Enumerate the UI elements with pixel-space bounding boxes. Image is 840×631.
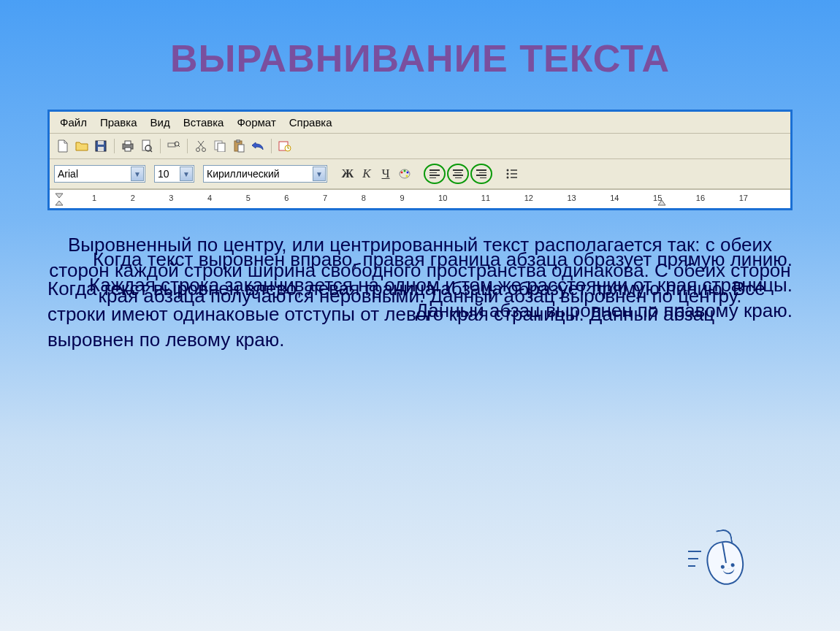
bold-button[interactable]: Ж xyxy=(339,166,356,182)
format-toolbar: Arial ▼ 10 ▼ Кириллический ▼ Ж К Ч xyxy=(50,159,790,189)
svg-point-14 xyxy=(196,148,200,152)
datetime-icon[interactable] xyxy=(276,138,294,154)
svg-point-30 xyxy=(507,169,509,172)
ruler-tick: 4 xyxy=(207,194,212,202)
cut-icon[interactable] xyxy=(192,138,210,154)
font-value: Arial xyxy=(58,168,78,180)
svg-line-8 xyxy=(150,150,152,152)
svg-point-29 xyxy=(406,175,408,177)
svg-point-28 xyxy=(407,172,409,174)
ruler-tick: 8 xyxy=(362,194,366,202)
align-left-button[interactable] xyxy=(424,164,446,184)
overlapping-paragraphs: Выровненный по центру, или центрированны… xyxy=(47,232,793,437)
svg-point-26 xyxy=(401,172,403,174)
menu-edit[interactable]: Правка xyxy=(94,115,143,130)
ruler-tick: 6 xyxy=(284,194,289,202)
svg-line-11 xyxy=(178,145,180,147)
size-value: 10 xyxy=(158,168,169,180)
ruler-tick: 12 xyxy=(524,194,533,202)
svg-point-32 xyxy=(507,173,509,175)
svg-rect-2 xyxy=(98,147,104,151)
svg-point-27 xyxy=(404,170,406,172)
italic-button[interactable]: К xyxy=(358,166,375,182)
script-value: Кириллический xyxy=(207,168,280,180)
slide-title: ВЫРАВНИВАНИЕ ТЕКСТА xyxy=(44,37,796,80)
ruler-tick: 16 xyxy=(696,194,705,202)
save-icon[interactable] xyxy=(92,138,110,154)
svg-rect-1 xyxy=(98,141,104,145)
find-icon[interactable] xyxy=(165,138,183,154)
ruler-tick: 13 xyxy=(567,194,576,202)
svg-rect-19 xyxy=(237,139,240,142)
bullets-button[interactable] xyxy=(503,165,522,183)
svg-marker-38 xyxy=(658,200,665,205)
ruler: 1 2 3 4 5 6 7 8 9 10 11 12 13 14 15 16 1… xyxy=(50,189,790,208)
mouse-mascot-icon xyxy=(701,532,760,598)
ruler-tick: 1 xyxy=(92,194,96,202)
editor-toolbar-screenshot: Файл Правка Вид Вставка Формат Справка xyxy=(47,110,793,210)
open-icon[interactable] xyxy=(73,138,91,154)
paste-icon[interactable] xyxy=(230,138,248,154)
separator xyxy=(114,139,115,153)
align-center-button[interactable] xyxy=(447,164,469,184)
indent-marker-right-icon[interactable] xyxy=(657,197,666,206)
separator xyxy=(160,139,161,153)
script-combo[interactable]: Кириллический ▼ xyxy=(203,165,327,183)
print-icon[interactable] xyxy=(119,138,137,154)
chevron-down-icon[interactable]: ▼ xyxy=(180,167,193,181)
svg-rect-20 xyxy=(238,145,244,152)
font-combo[interactable]: Arial ▼ xyxy=(54,165,145,183)
preview-icon[interactable] xyxy=(138,138,156,154)
paragraph-left: Когда текст выровнен влево, левая границ… xyxy=(47,276,793,353)
chevron-down-icon[interactable]: ▼ xyxy=(131,167,144,181)
ruler-numbers: 1 2 3 4 5 6 7 8 9 10 11 12 13 14 15 16 1… xyxy=(57,194,783,202)
new-icon[interactable] xyxy=(54,138,72,154)
ruler-tick: 17 xyxy=(739,194,748,202)
copy-icon[interactable] xyxy=(211,138,229,154)
slide: ВЫРАВНИВАНИЕ ТЕКСТА Файл Правка Вид Вста… xyxy=(0,0,840,451)
ruler-tick: 14 xyxy=(610,194,619,202)
ruler-tick: 9 xyxy=(400,194,404,202)
separator xyxy=(271,139,272,153)
ruler-tick: 3 xyxy=(169,194,173,202)
svg-rect-5 xyxy=(125,148,131,151)
svg-point-15 xyxy=(202,148,206,152)
menubar: Файл Правка Вид Вставка Формат Справка xyxy=(50,112,790,134)
menu-format[interactable]: Формат xyxy=(231,115,281,130)
ruler-tick: 2 xyxy=(131,194,135,202)
svg-rect-17 xyxy=(218,143,225,152)
ruler-tick: 5 xyxy=(246,194,251,202)
chevron-down-icon[interactable]: ▼ xyxy=(313,167,326,181)
menu-help[interactable]: Справка xyxy=(283,115,338,130)
svg-rect-9 xyxy=(168,143,175,147)
separator xyxy=(187,139,188,153)
undo-icon[interactable] xyxy=(249,138,267,154)
menu-view[interactable]: Вид xyxy=(145,115,176,130)
align-right-button[interactable] xyxy=(470,164,492,184)
ruler-tick: 10 xyxy=(438,194,447,202)
menu-insert[interactable]: Вставка xyxy=(177,115,230,130)
svg-point-34 xyxy=(507,177,509,179)
color-icon[interactable] xyxy=(396,166,413,182)
ruler-tick: 7 xyxy=(323,194,327,202)
underline-button[interactable]: Ч xyxy=(377,166,394,182)
svg-rect-4 xyxy=(125,141,131,145)
standard-toolbar xyxy=(50,134,790,159)
menu-file[interactable]: Файл xyxy=(54,115,93,130)
size-combo[interactable]: 10 ▼ xyxy=(154,165,194,183)
ruler-tick: 11 xyxy=(481,194,490,202)
